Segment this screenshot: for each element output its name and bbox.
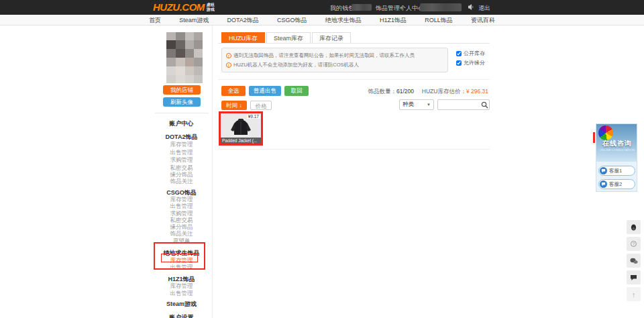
valuation-label: HUZU库存估价：	[422, 88, 466, 95]
my-shop-button[interactable]: 我的店铺	[163, 85, 201, 95]
help-icon[interactable]: ?	[627, 237, 641, 251]
sort-time-button[interactable]: 时间 ↓	[221, 101, 247, 110]
warning-icon: !	[226, 53, 231, 58]
logo-text: HUZU.COM	[153, 1, 205, 13]
speaker-icon[interactable]	[468, 3, 474, 12]
notice-line: ! 遇到无法取回饰品，请注意查看网站公告，如果长时间无法取回，请联系工作人员	[226, 51, 443, 60]
annotation-box-item: ¥9.17 Padded Jacket (...	[219, 111, 263, 146]
nav-item-home[interactable]: 首页	[149, 16, 161, 25]
item-manage-menu[interactable]: 饰品管理▾	[376, 4, 403, 13]
sidebar-heading-account[interactable]: 账户中心	[151, 119, 212, 128]
annotation-red-tick	[593, 132, 595, 143]
notice-line: ! HUZU机器人不会主动添加您为好友，请谨防COS机器人	[226, 60, 443, 70]
feedback-icon[interactable]	[627, 270, 641, 284]
nav-item-dota2[interactable]: DOTA2饰品	[227, 16, 258, 25]
main-panel: HUZU库存 Steam库存 库存记录 ! 遇到无法取回饰品，请注意查看网站公告…	[218, 25, 490, 318]
nav-item-steam[interactable]: Steam游戏	[179, 16, 209, 25]
wallet-balance-redacted	[352, 4, 372, 11]
sidebar-divider	[155, 113, 209, 113]
back-to-top-icon[interactable]: ↑	[627, 287, 641, 301]
search-input[interactable]	[438, 102, 480, 108]
inventory-tabs: HUZU库存 Steam库存 库存记录	[221, 32, 352, 43]
valuation-amount: ¥ 296.31	[466, 88, 488, 95]
sidebar-item-pubg-sell[interactable]: 出售管理	[151, 264, 212, 272]
item-name-label: Padded Jacket (...	[221, 138, 261, 144]
retrieve-button[interactable]: 取回	[284, 86, 309, 96]
allow-fate-checkbox[interactable]	[456, 60, 462, 66]
arrow-down-icon: ↓	[239, 102, 242, 109]
avatar	[166, 32, 203, 83]
wallet-link[interactable]: 我的钱包	[330, 4, 354, 13]
inventory-stats: 饰品数量：61/200 HUZU库存估价：¥ 296.31	[368, 88, 488, 96]
online-consult-widget: 在线咨询 ONLINE CONSULTATION 客服1 客服2	[596, 123, 637, 192]
nav-item-pubg[interactable]: 绝地求生饰品	[325, 16, 362, 25]
chat-icon	[600, 180, 607, 188]
balloon-icon	[598, 125, 613, 140]
logo-subtext: 虚租 游戏	[207, 3, 215, 12]
section-divider	[218, 79, 490, 80]
normal-sell-button[interactable]: 普通出售	[249, 86, 281, 96]
list-bottom-divider	[218, 149, 490, 150]
consult-subtitle: ONLINE CONSULTATION	[596, 148, 637, 152]
sidebar-heading-steam[interactable]: Steam游戏	[151, 300, 212, 309]
username-redacted	[420, 3, 462, 11]
chevron-down-icon: ▼	[427, 103, 431, 107]
sidebar-item-h1z1-sell[interactable]: 出售管理	[151, 290, 212, 298]
nav-item-h1z1[interactable]: H1Z1饰品	[380, 16, 407, 25]
consult-banner: 在线咨询 ONLINE CONSULTATION	[596, 124, 637, 162]
consult-title: 在线咨询	[596, 139, 637, 148]
search-box	[437, 99, 490, 110]
agent-2-button[interactable]: 客服2	[598, 179, 635, 189]
wechat-icon[interactable]	[627, 254, 641, 268]
sidebar-heading-settings[interactable]: 账户设置	[151, 313, 212, 318]
qq-icon[interactable]	[627, 220, 641, 234]
nav-item-csgo[interactable]: CSGO饰品	[277, 16, 307, 25]
tab-divider	[218, 43, 490, 44]
sidebar-item-dota2-inventory[interactable]: 库存管理	[151, 141, 212, 149]
top-bar: HUZU.COM 虚租 游戏 我的钱包 饰品管理▾ 个人中心 退出	[0, 0, 644, 15]
tab-steam-inventory[interactable]: Steam库存	[266, 32, 311, 43]
search-icon[interactable]	[480, 100, 489, 109]
refresh-avatar-button[interactable]: 刷新头像	[163, 97, 201, 107]
category-select[interactable]: 种类 ▼	[399, 99, 434, 110]
select-all-button[interactable]: 全选	[221, 86, 246, 96]
page: HUZU.COM 虚租 游戏 我的钱包 饰品管理▾ 个人中心 退出 首页 Ste…	[0, 0, 644, 318]
checkbox-public-inventory[interactable]: 公开库存	[456, 50, 485, 57]
item-price-badge: ¥9.17	[247, 114, 260, 119]
agent-1-button[interactable]: 客服1	[598, 166, 635, 176]
tab-huzu-inventory[interactable]: HUZU库存	[221, 32, 265, 43]
main-nav: 首页 Steam游戏 DOTA2饰品 CSGO饰品 绝地求生饰品 H1Z1饰品 …	[0, 15, 644, 25]
chat-icon	[600, 167, 607, 174]
notice-box: ! 遇到无法取回饰品，请注意查看网站公告，如果长时间无法取回，请联系工作人员 !…	[221, 48, 448, 72]
tab-inventory-history[interactable]: 库存记录	[312, 32, 351, 43]
sort-price-button[interactable]: 价格	[250, 101, 272, 110]
sidebar-item-csgo-wishlist[interactable]: 愿望单	[151, 237, 212, 246]
warning-icon: !	[226, 62, 231, 68]
logout-button[interactable]: 退出	[478, 4, 490, 13]
nav-item-roll[interactable]: ROLL饰品	[425, 16, 453, 25]
public-inventory-checkbox[interactable]	[456, 51, 462, 56]
site-logo[interactable]: HUZU.COM 虚租 游戏	[153, 1, 215, 13]
sidebar: 我的店铺 刷新头像 账户中心 DOTA2饰品 库存管理 出售管理 求购管理 私密…	[151, 25, 213, 318]
nav-item-news[interactable]: 资讯百科	[471, 16, 495, 25]
item-count-label: 饰品数量：	[368, 88, 396, 95]
checkbox-allow-fate[interactable]: 允许缘分	[456, 59, 485, 66]
sidebar-item-dota2-buy[interactable]: 求购管理	[151, 156, 212, 164]
inventory-item-card[interactable]: ¥9.17 Padded Jacket (...	[221, 113, 261, 144]
item-count-value: 61/200	[396, 88, 414, 95]
sidebar-item-dota2-follow[interactable]: 饰品关注	[151, 178, 212, 186]
